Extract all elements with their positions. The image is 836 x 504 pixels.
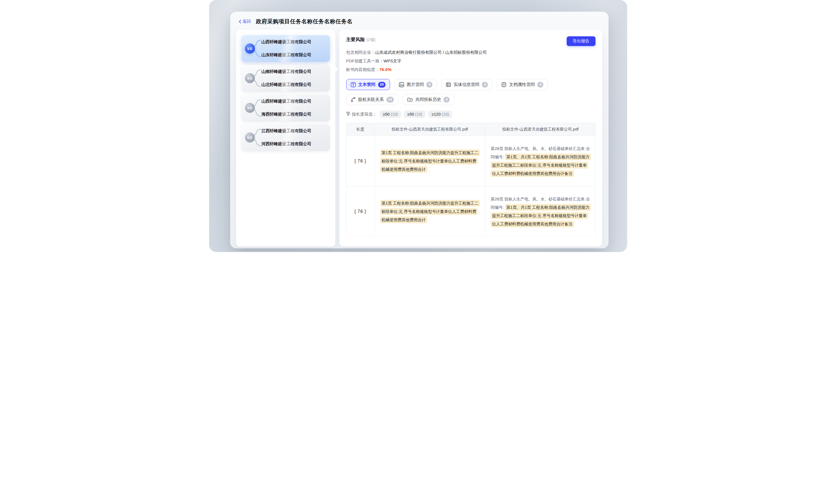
col-header-document-1: 投标文件-山西君天吉建筑工程有限公司.pdf <box>375 123 486 136</box>
tab-image[interactable]: 图片雷同4 <box>395 79 437 90</box>
risk-info-line-1: 包含相同企业：山东成武农村商业银行股份有限公司 / 山东招标股份有限公司 <box>346 50 595 55</box>
tab-label: 文本雷同 <box>358 82 376 88</box>
col-header-document-2: 投标文件-山西君天吉建筑工程有限公司.pdf <box>485 123 596 136</box>
image-icon <box>399 82 404 87</box>
risk-header-row: 主要风险(2项) 导出报告 <box>346 36 595 46</box>
sidebar-bottom-fade <box>236 229 335 247</box>
vs-pair-item-4[interactable]: VS江西轩峰建设工程有限公司河西轩峰建设工程有限公司 <box>242 124 330 151</box>
length-cell: [ 76 ] <box>346 136 375 186</box>
similarity-tab-row-2: 股权关联关系14共同投标历史4 <box>346 94 595 105</box>
tab-count-badge: 14 <box>386 97 394 102</box>
folder-history-icon <box>407 97 413 102</box>
doc-a-cell-text: 第1页 工程名称:阳曲县杨兴河防洪能力提升工程施工二标段单位:元 序号名称规格型… <box>375 144 485 178</box>
tab-branch[interactable]: 股权关联关系14 <box>346 94 399 105</box>
company-a-name: 江西轩峰建设工程有限公司 <box>262 128 311 134</box>
tab-doc-attr[interactable]: 文档属性雷同4 <box>497 79 548 90</box>
branch-icon <box>350 97 356 102</box>
highlighted-duplicate-text: 第1页 工程名称:阳曲县杨兴河防洪能力提升工程施工二标段单位:元 序号名称规格型… <box>380 200 480 223</box>
info-value: WPS文字 <box>384 58 401 64</box>
tab-count-badge: 4 <box>537 82 544 88</box>
risk-info-lines: 包含相同企业：山东成武农村商业银行股份有限公司 / 山东招标股份有限公司PDF创… <box>346 50 595 72</box>
screen: 返回 政府采购项目任务名称任务名称任务名 VS山西轩峰建设工程有限公司山东轩峰建… <box>209 0 627 252</box>
tab-count-badge: 4 <box>426 82 433 88</box>
vs-pair-item-2[interactable]: VS山南轩峰建设工程有限公司山北轩峰建设工程有限公司 <box>242 65 330 92</box>
filter-label: 按长度筛选： <box>352 112 377 117</box>
export-report-button[interactable]: 导出报告 <box>567 36 595 46</box>
table-header: 长度投标文件-山西君天吉建筑工程有限公司.pdf投标文件-山西君天吉建筑工程有限… <box>346 123 595 136</box>
tab-count-badge: 20 <box>378 82 386 88</box>
chip-count: (10) <box>442 112 449 116</box>
chevron-left-icon <box>239 20 241 23</box>
doc-b-cell-text: 第28页 投标人生产电、风、水、砂石基础单价汇总表 合同编号: 第1页、共1页 … <box>485 140 596 182</box>
info-label: 标书内容相似度： <box>346 67 379 72</box>
company-a-name: 山西轩峰建设工程有限公司 <box>262 39 311 45</box>
vs-badge: VS <box>245 133 255 142</box>
vs-pair-list: VS山西轩峰建设工程有限公司山东轩峰建设工程有限公司VS山南轩峰建设工程有限公司… <box>242 35 330 151</box>
doc-a-cell: 第1页 工程名称:阳曲县杨兴河防洪能力提升工程施工二标段单位:元 序号名称规格型… <box>375 136 486 186</box>
tab-label: 股权关联关系 <box>358 97 384 102</box>
doc-b-cell: 第28页 投标人生产电、风、水、砂石基础单价汇总表 合同编号: 第1页、共1页 … <box>485 136 596 186</box>
highlighted-duplicate-text: 第1页、共1页 工程名称:阳曲县杨兴河防洪能力提升工程施工二标段单位:元 序号名… <box>491 204 591 227</box>
length-filter-chip-3[interactable]: ≥120 (10) <box>428 111 452 118</box>
vs-connector-brace <box>254 97 261 119</box>
detail-panel: 主要风险(2项) 导出报告 包含相同企业：山东成武农村商业银行股份有限公司 / … <box>340 30 602 247</box>
chip-count: (10) <box>391 112 398 116</box>
doc-b-cell-text: 第28页 投标人生产电、风、水、砂石基础单价汇总表 合同编号: 第1页、共1页 … <box>485 191 596 233</box>
back-button[interactable]: 返回 <box>239 19 251 24</box>
doc-b-cell: 第28页 投标人生产电、风、水、砂石基础单价汇总表 合同编号: 第1页、共1页 … <box>485 186 596 237</box>
doc-attr-icon <box>501 82 507 87</box>
risk-info-line-3: 标书内容相似度：76.0% <box>346 67 595 72</box>
length-cell: [ 76 ] <box>346 186 375 237</box>
table-row-1: [ 76 ]第1页 工程名称:阳曲县杨兴河防洪能力提升工程施工二标段单位:元 序… <box>346 136 595 186</box>
back-label: 返回 <box>243 19 251 24</box>
length-filter-chip-2[interactable]: ≥50 (10) <box>404 111 425 118</box>
chip-count: (10) <box>415 112 422 116</box>
company-b-name: 山东轩峰建设工程有限公司 <box>262 52 311 58</box>
vs-pair-names: 江西轩峰建设工程有限公司河西轩峰建设工程有限公司 <box>262 124 311 151</box>
funnel-icon <box>346 112 350 117</box>
filter-chips: ≥50 (10)≥50 (10)≥120 (10) <box>380 111 452 118</box>
vs-connector-brace <box>254 38 261 60</box>
tab-count-badge: 4 <box>443 97 450 102</box>
length-filter-chip-1[interactable]: ≥50 (10) <box>380 111 401 118</box>
comparison-table: 长度投标文件-山西君天吉建筑工程有限公司.pdf投标文件-山西君天吉建筑工程有限… <box>346 123 595 237</box>
selected-pair-arrow <box>335 66 339 72</box>
tab-label: 实体信息雷同 <box>454 82 479 88</box>
risk-count: (2项) <box>367 37 376 42</box>
company-b-name: 海西轩峰建设工程有限公司 <box>262 112 311 117</box>
vs-connector-brace <box>254 67 261 90</box>
chip-value: ≥50 <box>383 112 391 116</box>
info-label: PDF创建工具一致： <box>346 58 384 64</box>
risk-info-line-2: PDF创建工具一致：WPS文字 <box>346 58 595 64</box>
tab-text[interactable]: 文本雷同20 <box>346 79 390 90</box>
company-b-name: 河西轩峰建设工程有限公司 <box>262 141 311 147</box>
vs-badge: VS <box>245 43 255 54</box>
info-label: 包含相同企业： <box>346 50 375 55</box>
filter-label-group: 按长度筛选： <box>346 112 377 117</box>
chip-value: ≥50 <box>407 112 415 116</box>
col-header-length: 长度 <box>346 123 375 136</box>
risk-title-group: 主要风险(2项) <box>346 36 376 43</box>
tab-label: 文档属性雷同 <box>509 82 535 88</box>
doc-a-cell-text: 第1页 工程名称:阳曲县杨兴河防洪能力提升工程施工二标段单位:元 序号名称规格型… <box>375 195 485 229</box>
length-filter-row: 按长度筛选： ≥50 (10)≥50 (10)≥120 (10) <box>346 111 595 118</box>
info-value: 76.0% <box>379 67 392 72</box>
tab-entity[interactable]: 实体信息雷同4 <box>441 79 492 90</box>
vs-pair-item-1[interactable]: VS山西轩峰建设工程有限公司山东轩峰建设工程有限公司 <box>242 35 330 62</box>
chip-value: ≥120 <box>432 112 441 116</box>
vs-connector-brace <box>254 127 261 149</box>
vs-pair-names: 山西轩峰建设工程有限公司山东轩峰建设工程有限公司 <box>262 35 311 62</box>
info-value: 山东成武农村商业银行股份有限公司 / 山东招标股份有限公司 <box>375 50 487 55</box>
tab-count-badge: 4 <box>482 82 488 88</box>
vs-pair-names: 山南轩峰建设工程有限公司山北轩峰建设工程有限公司 <box>262 65 311 92</box>
vs-pair-names: 山西轩峰建设工程有限公司海西轩峰建设工程有限公司 <box>262 95 311 121</box>
table-row-2: [ 76 ]第1页 工程名称:阳曲县杨兴河防洪能力提升工程施工二标段单位:元 序… <box>346 186 595 237</box>
similarity-tab-row-1: 文本雷同20图片雷同4实体信息雷同4文档属性雷同4 <box>346 79 595 90</box>
risk-title: 主要风险 <box>346 37 365 42</box>
tab-label: 共同投标历史 <box>415 97 441 102</box>
vs-badge: VS <box>245 103 255 113</box>
tab-folder-history[interactable]: 共同投标历史4 <box>403 94 454 105</box>
vs-pair-item-3[interactable]: VS山西轩峰建设工程有限公司海西轩峰建设工程有限公司 <box>242 95 330 121</box>
vs-badge: VS <box>245 73 255 83</box>
table-body: [ 76 ]第1页 工程名称:阳曲县杨兴河防洪能力提升工程施工二标段单位:元 序… <box>346 136 595 237</box>
